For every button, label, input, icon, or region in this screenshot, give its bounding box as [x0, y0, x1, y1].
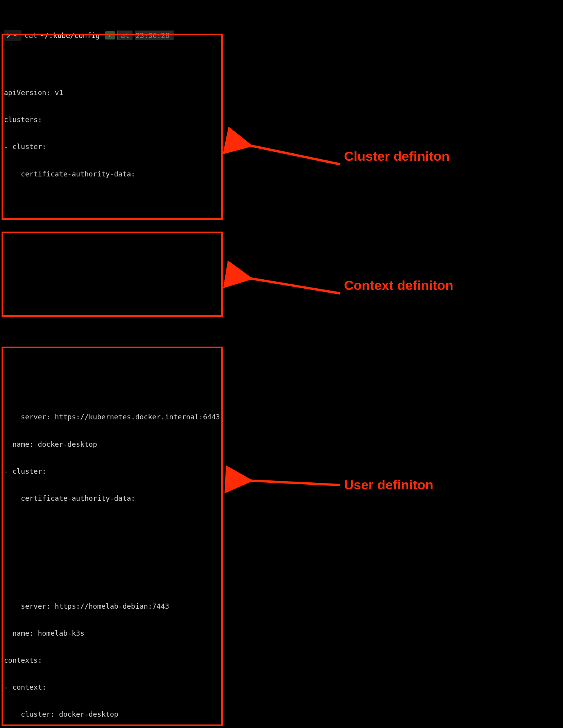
command-name: cat: [25, 31, 38, 40]
time-value: 23:36:28: [135, 31, 174, 40]
prompt-line: ~ cat ~/.kube/config ✓ at 23:36:28: [4, 30, 559, 41]
command-arg: ~/.kube/config: [40, 31, 100, 40]
yaml-blank: [4, 277, 559, 286]
yaml-blank: [4, 548, 559, 557]
status-check-icon: ✓: [105, 31, 115, 40]
command-output: apiVersion: v1 clusters: - cluster: cert…: [4, 70, 559, 728]
yaml-line: clusters:: [4, 115, 559, 124]
yaml-blank: [4, 250, 559, 259]
yaml-line: certificate-authority-data:: [4, 494, 559, 503]
yaml-blank: [4, 521, 559, 530]
yaml-line: cluster: docker-desktop: [4, 710, 559, 719]
terminal-window: ~ cat ~/.kube/config ✓ at 23:36:28 apiVe…: [0, 0, 563, 728]
yaml-blank: [4, 196, 559, 205]
time-at-label: at: [117, 31, 133, 40]
yaml-line: server: https://homelab-debian:7443: [4, 602, 559, 611]
yaml-line: - cluster:: [4, 467, 559, 476]
yaml-line: contexts:: [4, 656, 559, 665]
yaml-blank: [4, 223, 559, 232]
yaml-line: - context:: [4, 683, 559, 692]
yaml-line: apiVersion: v1: [4, 88, 559, 97]
prompt-segment: ~: [4, 30, 22, 41]
yaml-blank: [4, 331, 559, 340]
yaml-line: server: https://kubernetes.docker.intern…: [4, 412, 559, 421]
status-time-badge: ✓ at 23:36:28: [105, 31, 173, 40]
yaml-line: - cluster:: [4, 142, 559, 151]
yaml-line: name: docker-desktop: [4, 440, 559, 449]
yaml-blank: [4, 575, 559, 584]
prompt-chevron-icon: [6, 33, 11, 38]
yaml-blank: [4, 358, 559, 367]
prompt-cwd: ~: [13, 31, 18, 40]
yaml-blank: [4, 385, 559, 394]
yaml-line: name: homelab-k3s: [4, 629, 559, 638]
yaml-blank: [4, 304, 559, 313]
yaml-line: certificate-authority-data:: [4, 169, 559, 178]
